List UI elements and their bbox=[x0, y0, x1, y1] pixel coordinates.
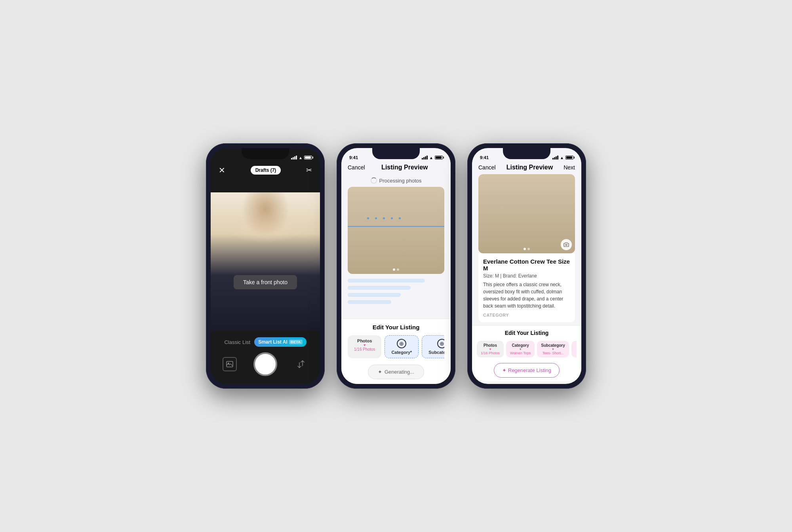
camera-controls-row bbox=[223, 352, 308, 376]
tab-subcategory-label-2: Subcategory bbox=[428, 350, 444, 355]
skeleton-loader bbox=[348, 279, 444, 304]
close-button[interactable]: ✕ bbox=[219, 165, 225, 175]
tab-category-2[interactable]: ⊕ Category* bbox=[385, 335, 419, 358]
time-3: 9:41 bbox=[480, 155, 489, 160]
listing-description: This piece offers a classic crew neck, o… bbox=[483, 281, 570, 310]
skeleton-4 bbox=[348, 300, 391, 304]
spinner-icon bbox=[371, 177, 377, 184]
beta-tag: BETA bbox=[289, 340, 303, 344]
page-title-2: Listing Preview bbox=[381, 164, 428, 171]
nav-bar-3: Cancel Listing Preview Next bbox=[472, 162, 581, 174]
image-dots bbox=[393, 268, 399, 271]
generating-label: Generating... bbox=[385, 369, 414, 375]
wifi-icon-2: ▲ bbox=[429, 156, 433, 160]
tabs-row-2: Photos ▼ 1/16 Photos ⊕ Category* bbox=[348, 335, 444, 360]
camera-screen: ▲ ✕ Drafts (7) ✂ Take a front bbox=[211, 148, 320, 384]
camera-header: ✕ Drafts (7) ✂ bbox=[211, 162, 320, 178]
wifi-icon-3: ▲ bbox=[560, 156, 564, 160]
tab-category-icon: ⊕ bbox=[397, 339, 406, 348]
skeleton-3 bbox=[348, 293, 401, 297]
tab-category-3[interactable]: Category ▼ Women Tops bbox=[506, 341, 535, 357]
tab-photos-sublabel-2: 1/16 Photos bbox=[354, 347, 375, 352]
product-img-complete bbox=[478, 174, 575, 253]
product-image-complete bbox=[478, 174, 575, 253]
skeleton-2 bbox=[348, 286, 411, 290]
status-right-3: ▲ bbox=[552, 156, 573, 160]
phone-3-complete: 9:41 ▲ bbox=[467, 143, 586, 389]
tab-photos-3[interactable]: Photos ▼ 1/16 Photos bbox=[477, 341, 504, 357]
classic-list-label: Classic List bbox=[224, 339, 250, 345]
next-button-3[interactable]: Next bbox=[564, 164, 575, 171]
phone-1-camera: ▲ ✕ Drafts (7) ✂ Take a front bbox=[206, 143, 325, 389]
phones-container: ▲ ✕ Drafts (7) ✂ Take a front bbox=[206, 143, 586, 389]
signal-icon-2 bbox=[422, 156, 428, 160]
notch-1 bbox=[242, 148, 289, 159]
product-img bbox=[348, 187, 444, 274]
regenerate-button[interactable]: ✦ Regenerate Listing bbox=[494, 363, 560, 378]
battery-icon-1 bbox=[304, 156, 312, 160]
scissors-icon[interactable]: ✂ bbox=[306, 166, 312, 175]
phone-2-processing: 9:41 ▲ bbox=[337, 143, 455, 389]
cancel-button-3[interactable]: Cancel bbox=[478, 164, 496, 171]
tab-photos-2[interactable]: Photos ▼ 1/16 Photos bbox=[348, 335, 381, 358]
flip-camera-icon[interactable] bbox=[294, 357, 308, 371]
time-2: 9:41 bbox=[349, 155, 358, 160]
edit-listing-title-2: Edit Your Listing bbox=[348, 324, 444, 331]
camera-overlay-button[interactable] bbox=[561, 239, 572, 250]
sparkle-generating-icon: ✦ bbox=[378, 369, 382, 375]
tab-subcategory-icon: ⊕ bbox=[437, 339, 444, 348]
tab-photos-label-2: Photos bbox=[357, 338, 372, 343]
category-section-label: CATEGORY bbox=[483, 313, 570, 317]
page-title-3: Listing Preview bbox=[506, 164, 553, 171]
tab-subcategory-3[interactable]: Subcategory ▼ Tees- Short... bbox=[537, 341, 569, 357]
tab-category-value-3: Women Tops bbox=[510, 351, 531, 355]
listing-meta: Size: M | Brand: Everlane bbox=[483, 273, 570, 279]
battery-icon-3 bbox=[565, 156, 573, 160]
notch-2 bbox=[372, 148, 420, 159]
listing-name: Everlane Cotton Crew Tee Size M bbox=[483, 258, 570, 272]
cancel-button-2[interactable]: Cancel bbox=[348, 164, 365, 171]
generating-button[interactable]: ✦ Generating... bbox=[368, 365, 424, 379]
edit-listing-section-2: Edit Your Listing Photos ▼ 1/16 Photos bbox=[341, 319, 451, 384]
product-image-processing bbox=[348, 187, 444, 274]
signal-icon-3 bbox=[552, 156, 558, 160]
tabs-row-3: Photos ▼ 1/16 Photos Category ▼ bbox=[477, 341, 577, 359]
battery-icon-2 bbox=[435, 156, 443, 160]
signal-icon-1 bbox=[291, 156, 297, 160]
listing-mode-row: Classic List Smart List AI BETA bbox=[224, 337, 306, 347]
tab-brand-3[interactable]: Br ▼ Ev... bbox=[571, 341, 577, 357]
tab-subcategory-value-3: Tees- Short... bbox=[543, 351, 564, 355]
photo-prompt-label: Take a front photo bbox=[234, 275, 297, 289]
processing-banner: Processing photos bbox=[341, 174, 451, 187]
notch-3 bbox=[503, 148, 550, 159]
camera-bottom-controls: Classic List Smart List AI BETA bbox=[211, 331, 320, 384]
listing-info-card: Everlane Cotton Crew Tee Size M Size: M … bbox=[478, 253, 575, 322]
tab-photos-label-3: Photos bbox=[484, 343, 497, 348]
camera-viewfinder: Take a front photo bbox=[211, 192, 320, 331]
tab-category-label-2: Category* bbox=[391, 350, 412, 355]
wifi-icon-1: ▲ bbox=[299, 156, 303, 160]
listing-screen-complete: 9:41 ▲ bbox=[472, 148, 581, 384]
smart-list-label: Smart List AI bbox=[258, 339, 287, 345]
status-right-1: ▲ bbox=[291, 156, 312, 160]
shutter-button[interactable] bbox=[253, 352, 277, 376]
tab-subcategory-2[interactable]: ⊕ Subcategory bbox=[422, 335, 444, 358]
image-dots-3 bbox=[524, 248, 530, 250]
nav-bar-2: Cancel Listing Preview bbox=[341, 162, 451, 174]
svg-point-2 bbox=[565, 244, 567, 246]
tab-photos-value-3: 1/16 Photos bbox=[481, 351, 500, 355]
gallery-icon[interactable] bbox=[223, 357, 237, 371]
processing-text: Processing photos bbox=[379, 178, 422, 184]
drafts-badge[interactable]: Drafts (7) bbox=[251, 166, 281, 175]
tab-subcategory-label-3: Subcategory bbox=[541, 343, 565, 348]
scan-dots bbox=[367, 217, 401, 219]
edit-listing-title-3: Edit Your Listing bbox=[477, 330, 577, 336]
tab-category-label-3: Category bbox=[512, 343, 529, 348]
listing-screen-processing: 9:41 ▲ bbox=[341, 148, 451, 384]
smart-list-badge[interactable]: Smart List AI BETA bbox=[254, 337, 306, 347]
scan-line bbox=[348, 226, 444, 227]
skeleton-1 bbox=[348, 279, 425, 283]
edit-listing-section-3: Edit Your Listing Photos ▼ 1/16 Photos bbox=[472, 325, 581, 382]
status-right-2: ▲ bbox=[422, 156, 443, 160]
